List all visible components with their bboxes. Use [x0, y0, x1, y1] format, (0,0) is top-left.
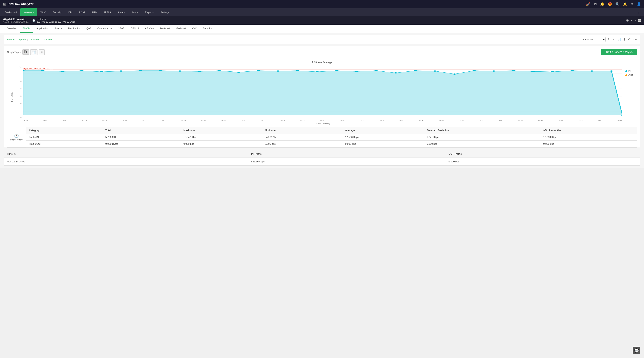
time-range: 2024-03-12 03:59 to 2024-03-12 04:59	[37, 21, 76, 23]
stats-header-total: Total	[102, 127, 180, 134]
x-tick-0445: 04:45	[479, 120, 484, 122]
tab-qos[interactable]: QoS	[84, 25, 94, 33]
x-tick-0427: 04:27	[300, 120, 305, 122]
gift-icon[interactable]: 🎁	[608, 2, 612, 6]
data-table-section: Time ⇅ IN Traffic OUT Traffic Mar-12-24 …	[4, 150, 640, 166]
download-icon[interactable]: ⬇	[623, 38, 626, 41]
y-tick-8: 8	[16, 88, 22, 90]
nav-item-settings[interactable]: Settings	[157, 8, 173, 16]
stats-table: Category Total Maximum Minimum Average S…	[26, 127, 637, 147]
tab-cbqos[interactable]: CBQoS	[128, 25, 142, 33]
traffic-pattern-analysis-button[interactable]: Traffic Pattern Analysis	[601, 49, 637, 55]
tab-source[interactable]: Source	[52, 25, 65, 33]
stats-header-minimum: Minimum	[262, 127, 342, 134]
graph-section: Graph Types 🖼 📊 ⠿ Traffic Pattern Analys…	[4, 46, 640, 148]
view-right: Data Points 1 5 10 ↻ ✉ 📄 ⬇ ↺ 0:47	[580, 37, 637, 42]
prev-icon[interactable]: ‹	[631, 19, 632, 23]
svg-point-13	[100, 71, 103, 72]
tab-overview[interactable]: Overview	[4, 25, 20, 33]
svg-point-12	[80, 70, 83, 71]
tab-nbar[interactable]: NBAR	[115, 25, 128, 33]
svg-point-28	[394, 72, 397, 74]
graph-type-bar[interactable]: 📊	[30, 49, 38, 55]
nav-more-icon[interactable]: ⋮	[635, 10, 642, 14]
x-tick-0453: 04:53	[558, 120, 563, 122]
svg-point-33	[492, 71, 495, 72]
y-tick-0: 0	[16, 117, 22, 119]
view-toolbar: Volume | Speed | Utilization | Packets D…	[4, 35, 640, 44]
data-table: Time ⇅ IN Traffic OUT Traffic Mar-12-24 …	[4, 150, 640, 165]
svg-point-29	[414, 70, 417, 71]
brightness-icon[interactable]: ☀	[626, 19, 629, 23]
graph-type-line[interactable]: 🖼	[22, 49, 29, 55]
menu-icon[interactable]: ☰	[638, 19, 641, 23]
x-tick-0429: 04:29	[320, 120, 325, 122]
grid-icon[interactable]: ⊞	[3, 2, 6, 7]
svg-point-36	[551, 71, 554, 72]
data-header-out-traffic: OUT Traffic	[446, 150, 640, 158]
stats-out-percentile: 0.000 bps	[540, 141, 637, 147]
tab-traffic[interactable]: Traffic	[20, 25, 33, 33]
tab-conversation[interactable]: Conversation	[94, 25, 115, 33]
view-packets[interactable]: Packets	[44, 38, 52, 41]
pdf-icon[interactable]: 📄	[617, 38, 621, 41]
tab-security-sub[interactable]: Security	[200, 25, 215, 33]
nav-item-wlc[interactable]: WLC	[37, 8, 49, 16]
stats-in-stddev: 1.771 Kbps	[424, 134, 540, 141]
notification-icon[interactable]: 🔔	[623, 2, 627, 6]
nav-bar: Dashboard Inventory WLC Security DPI NCM…	[0, 8, 644, 16]
svg-point-32	[472, 70, 476, 71]
search-icon[interactable]: 🔍	[616, 2, 620, 6]
nav-item-dpi[interactable]: DPI	[65, 8, 76, 16]
view-speed[interactable]: Speed	[19, 38, 26, 41]
top-bar: ⊞ NetFlow Analyzer 🚀 🖥 🔔 🎁 🔍 🔔 ⚙ 👤	[0, 0, 644, 8]
svg-point-24	[316, 71, 319, 72]
nav-item-maps[interactable]: Maps	[129, 8, 142, 16]
sort-icon[interactable]: ⇅	[14, 153, 16, 155]
svg-point-35	[531, 71, 534, 72]
monitor-icon[interactable]: 🖥	[594, 2, 597, 6]
next-icon[interactable]: ›	[634, 19, 636, 23]
stats-in-maximum: 13.347 Kbps	[180, 134, 262, 141]
graph-types-left: Graph Types 🖼 📊 ⠿	[7, 49, 45, 55]
legend-out-dot	[625, 74, 627, 76]
x-tick-0433: 04:33	[360, 120, 364, 122]
nav-item-dashboard[interactable]: Dashboard	[2, 8, 20, 16]
nav-item-reports[interactable]: Reports	[142, 8, 157, 16]
view-utilization[interactable]: Utilization	[30, 38, 40, 41]
svg-point-10	[41, 70, 44, 71]
tab-avc[interactable]: AVC	[189, 25, 200, 33]
timer-icon[interactable]: ↺	[628, 38, 630, 41]
email-icon[interactable]: ✉	[612, 38, 615, 41]
svg-point-16	[158, 70, 162, 71]
data-points-select[interactable]: 1 5 10	[596, 37, 606, 42]
nav-item-inventory[interactable]: Inventory	[20, 8, 37, 16]
nav-item-security[interactable]: Security	[49, 8, 65, 16]
settings-icon[interactable]: ⚙	[630, 2, 634, 6]
nav-item-ncm[interactable]: NCM	[76, 8, 88, 16]
data-in-traffic: 546.667 bps	[248, 158, 446, 165]
user-icon[interactable]: 👤	[637, 2, 641, 6]
tab-destination[interactable]: Destination	[65, 25, 84, 33]
x-tick-0415: 04:15	[182, 120, 186, 122]
chart-title: 1 Minute Average	[11, 61, 633, 64]
stats-out-minimum: 0.000 bps	[262, 141, 342, 147]
refresh-icon[interactable]: ↻	[608, 38, 610, 41]
view-volume[interactable]: Volume	[7, 38, 15, 41]
graph-types-label: Graph Types	[7, 51, 21, 54]
legend-in-dot	[625, 70, 627, 72]
nav-item-ipam[interactable]: IPAM	[88, 8, 101, 16]
graph-type-scatter[interactable]: ⠿	[39, 49, 45, 55]
x-tick-0457: 04:57	[598, 120, 602, 122]
rocket-icon[interactable]: 🚀	[586, 2, 590, 6]
x-tick-0419: 04:19	[221, 120, 226, 122]
nav-item-ipsla[interactable]: IPSLA	[101, 8, 114, 16]
nav-item-alarms[interactable]: Alarms	[114, 8, 129, 16]
tab-application[interactable]: Application	[33, 25, 52, 33]
tab-medianet[interactable]: Medianet	[173, 25, 189, 33]
stats-time-label: 00:00 - 00:00	[10, 139, 22, 141]
tab-asview[interactable]: AS View	[142, 25, 157, 33]
tab-multicast[interactable]: Multicast	[157, 25, 173, 33]
bell-icon[interactable]: 🔔	[600, 2, 604, 6]
content-area: Volume | Speed | Utilization | Packets D…	[0, 33, 644, 168]
